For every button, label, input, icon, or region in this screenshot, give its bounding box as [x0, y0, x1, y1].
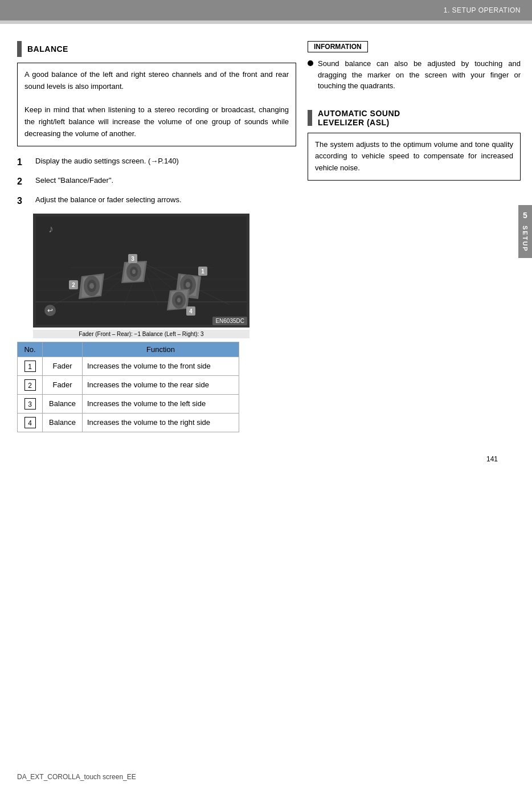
bullet-dot-1 — [308, 60, 313, 66]
image-caption: Fader (Front – Rear): −1 Balance (Left –… — [33, 330, 249, 338]
svg-text:4: 4 — [189, 308, 193, 314]
sidebar-tab: 5 SETUP — [518, 205, 532, 258]
num-box: 3 — [24, 398, 36, 410]
header-bar: 1. SETUP OPERATION — [0, 0, 532, 21]
step2-text: Select "Balance/Fader". — [35, 175, 296, 186]
info-bullet-1: Sound balance can also be adjusted by to… — [308, 58, 521, 92]
num-box: 1 — [24, 361, 36, 372]
table-cell-desc: Increases the volume to the rear side — [83, 375, 239, 394]
balance-info-box: A good balance of the left and right ste… — [17, 63, 296, 146]
asl-title-line1: AUTOMATIC SOUND — [318, 109, 400, 118]
info-para2: Keep in mind that when listening to a st… — [24, 104, 289, 140]
step-3: 3 Adjust the balance or fader selecting … — [17, 194, 296, 208]
table-row: 2 Fader Increases the volume to the rear… — [18, 375, 239, 394]
table-header-no: No. — [18, 342, 43, 357]
step3-text: Adjust the balance or fader selecting ar… — [35, 194, 296, 206]
table-cell-no: 3 — [18, 394, 43, 413]
page-number: 141 — [0, 455, 532, 463]
step3-number: 3 — [17, 194, 31, 208]
svg-text:2: 2 — [72, 282, 75, 288]
page-num-text: 141 — [486, 455, 498, 463]
table-cell-type: Balance — [43, 394, 83, 413]
num-box: 2 — [24, 379, 36, 391]
step-2: 2 Select "Balance/Fader". — [17, 175, 296, 189]
asl-section-bar — [308, 110, 312, 126]
asl-title-line2: LEVELIZER (ASL) — [318, 118, 400, 127]
car-audio-image: 1 2 3 — [33, 214, 249, 328]
table-cell-desc: Increases the volume to the left side — [83, 394, 239, 413]
chapter-number: 5 — [523, 211, 527, 220]
table-row: 1 Fader Increases the volume to the fron… — [18, 357, 239, 375]
asl-info-box: The system adjusts to the optimum volume… — [308, 133, 521, 181]
sidebar-label: SETUP — [522, 226, 529, 252]
table-header-function: Function — [83, 342, 239, 357]
information-list: Sound balance can also be adjusted by to… — [308, 58, 521, 92]
num-box: 4 — [24, 417, 36, 428]
information-label: INFORMATION — [308, 41, 368, 52]
balance-section-title: BALANCE — [17, 41, 296, 57]
svg-point-29 — [132, 269, 136, 274]
step1-number: 1 — [17, 155, 31, 169]
balance-title: BALANCE — [27, 44, 68, 54]
svg-point-22 — [89, 283, 94, 289]
table-cell-desc: Increases the volume to the front side — [83, 357, 239, 375]
footer: DA_EXT_COROLLA_touch screen_EE — [17, 773, 136, 781]
table-cell-no: 4 — [18, 413, 43, 432]
svg-point-15 — [186, 282, 190, 288]
info-bullet-1-text: Sound balance can also be adjusted by to… — [318, 58, 521, 92]
svg-text:1: 1 — [201, 268, 204, 275]
asl-title-block: AUTOMATIC SOUND LEVELIZER (ASL) — [308, 109, 521, 127]
step2-number: 2 — [17, 175, 31, 189]
asl-box-text: The system adjusts to the optimum volume… — [315, 139, 513, 174]
asl-section: AUTOMATIC SOUND LEVELIZER (ASL) The syst… — [308, 109, 521, 181]
table-cell-desc: Increases the volume to the right side — [83, 413, 239, 432]
svg-text:↩: ↩ — [47, 306, 53, 314]
speaker-svg: 1 2 3 — [36, 216, 247, 325]
table-cell-type: Fader — [43, 357, 83, 375]
header-title: 1. SETUP OPERATION — [444, 6, 521, 14]
svg-point-36 — [177, 298, 181, 302]
footer-text: DA_EXT_COROLLA_touch screen_EE — [17, 773, 136, 781]
main-content: BALANCE A good balance of the left and r… — [0, 24, 532, 444]
info-para1: A good balance of the left and right ste… — [24, 69, 289, 93]
table-row: 4 Balance Increases the volume to the ri… — [18, 413, 239, 432]
table-cell-type: Fader — [43, 375, 83, 394]
right-column: INFORMATION Sound balance can also be ad… — [308, 41, 521, 432]
section-bar — [17, 41, 22, 57]
step-1: 1 Display the audio settings screen. (→P… — [17, 155, 296, 169]
svg-text:3: 3 — [131, 256, 134, 262]
image-code: EN6035DC — [212, 317, 247, 325]
left-column: BALANCE A good balance of the left and r… — [17, 41, 296, 432]
table-header-empty — [43, 342, 83, 357]
function-table: No. Function 1 Fader Increases the volum… — [17, 342, 239, 432]
table-cell-type: Balance — [43, 413, 83, 432]
table-cell-no: 1 — [18, 357, 43, 375]
step1-text: Display the audio settings screen. (→P.1… — [35, 155, 296, 167]
table-row: 3 Balance Increases the volume to the le… — [18, 394, 239, 413]
table-cell-no: 2 — [18, 375, 43, 394]
svg-text:♪: ♪ — [48, 223, 54, 235]
